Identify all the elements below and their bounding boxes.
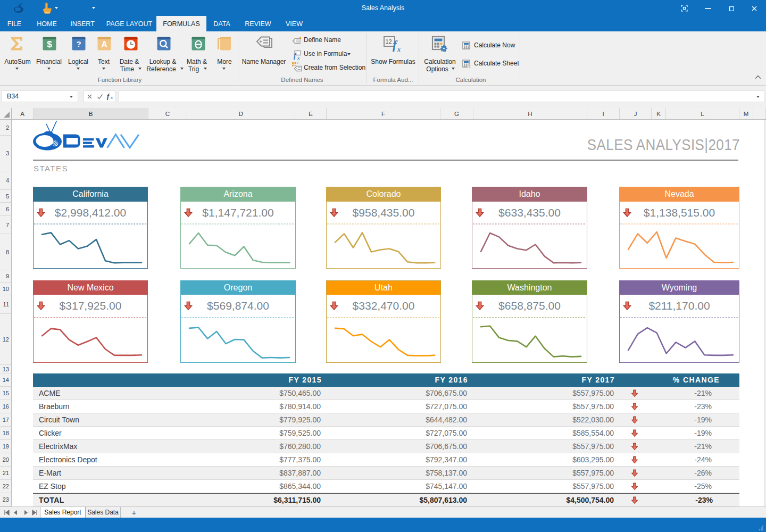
svg-text:x: x (397, 46, 401, 53)
svg-text:$: $ (47, 39, 52, 49)
svg-text:?: ? (76, 39, 81, 48)
svg-text:12: 12 (386, 38, 392, 45)
svg-text:x: x (297, 55, 300, 60)
svg-text:A: A (101, 40, 107, 49)
